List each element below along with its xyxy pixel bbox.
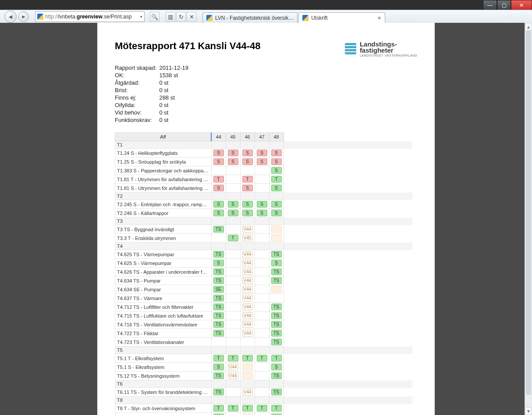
section-label: T3 xyxy=(115,218,212,225)
refresh-icon[interactable]: ↻ xyxy=(176,12,186,21)
url-dropdown-icon[interactable]: ▾ xyxy=(138,14,142,19)
tab-label: LVN - Fastighetsteknisk översik… xyxy=(215,15,294,21)
status-cell xyxy=(226,320,240,329)
status-cell: S xyxy=(211,200,226,209)
row-label: T4.716 TS - Ventilationsvärmeväxlare xyxy=(115,320,212,329)
summary-label: Finns ej: xyxy=(115,94,159,101)
address-bar[interactable]: http://lvnbeta.greenview.se/Print.asp ▾ xyxy=(35,11,145,22)
status-cell xyxy=(226,338,240,347)
row-label: T1.25 S - Snöupplag för snökyla xyxy=(115,157,212,166)
status-cell: T xyxy=(226,354,240,363)
summary-value: 288 st xyxy=(159,94,191,101)
status-cell xyxy=(226,413,240,415)
status-cell xyxy=(269,234,284,243)
status-cell xyxy=(255,311,269,320)
minimize-button[interactable]: — xyxy=(483,0,497,11)
tools-gear-icon[interactable]: ⚙ xyxy=(520,13,526,21)
status-pill: S xyxy=(242,150,253,156)
status-cell: V44 xyxy=(240,268,255,276)
browser-tab[interactable]: LVN - Fastighetsteknisk översik… xyxy=(202,12,298,23)
status-cell: V44 xyxy=(240,329,255,338)
status-pill: TS xyxy=(213,277,224,284)
status-pill: T xyxy=(257,405,267,411)
status-cell: T xyxy=(211,404,226,413)
back-button[interactable]: ◄ xyxy=(4,11,17,23)
status-pill: TS xyxy=(213,321,224,328)
status-cell: T xyxy=(240,404,255,413)
status-cell xyxy=(226,250,240,259)
status-cell: S xyxy=(240,209,255,218)
scroll-up-icon[interactable]: ▲ xyxy=(525,23,532,31)
summary-label: Brist: xyxy=(115,86,159,94)
status-pill: T xyxy=(271,176,282,182)
status-cell xyxy=(255,234,269,243)
status-pill: T xyxy=(257,355,267,361)
row-label: T1.81 T - Utrymmen för avfallshantering … xyxy=(115,175,212,184)
status-cell: V44 xyxy=(240,413,255,415)
vertical-scrollbar[interactable]: ▲ ▼ xyxy=(525,23,532,415)
forward-button[interactable]: ► xyxy=(18,11,29,22)
row-label: T8 T - Styr- och övervakningssystem xyxy=(115,404,212,413)
status-cell: SE xyxy=(211,285,226,294)
browser-tab[interactable]: Utskrift✕ xyxy=(298,12,385,23)
status-pill: S xyxy=(242,210,253,216)
row-label: T5.1 S - Elkraftsystem xyxy=(115,363,212,372)
section-label: T2 xyxy=(115,193,212,200)
status-cell xyxy=(255,338,269,347)
col-w47: 47 xyxy=(255,133,269,141)
status-pill: S xyxy=(271,185,282,191)
close-window-button[interactable]: ✕ xyxy=(511,0,532,11)
status-cell: S xyxy=(269,259,284,268)
maximize-button[interactable]: ▢ xyxy=(497,0,511,11)
status-cell: TS xyxy=(269,320,284,329)
summary-value: 0 st xyxy=(159,86,191,94)
summary-label: OK: xyxy=(115,72,159,79)
row-label: T4.634 SE - Pumpar xyxy=(115,285,212,294)
status-cell xyxy=(255,303,269,311)
status-pill: T xyxy=(242,176,253,182)
status-cell: S xyxy=(255,200,269,209)
status-pill: S xyxy=(257,201,267,208)
row-label: T4.712 TS - Luftfilter och filtervakter xyxy=(115,303,212,311)
status-pill xyxy=(242,364,253,370)
status-cell: V44 xyxy=(240,320,255,329)
row-label: T4.715 TS - Luftfuktare och luftavfuktar… xyxy=(115,311,212,320)
scroll-thumb[interactable] xyxy=(526,31,531,395)
row-label: T4.637 TS - Värmare xyxy=(115,294,212,303)
status-cell xyxy=(255,320,269,329)
status-cell xyxy=(255,329,269,338)
stop-icon[interactable]: ✕ xyxy=(187,12,196,21)
favorites-icon[interactable]: ★ xyxy=(508,13,514,21)
status-pill: T xyxy=(228,235,238,241)
status-pill: V44 xyxy=(228,372,238,379)
search-icon[interactable]: 🔍 xyxy=(150,12,160,21)
tab-close-icon[interactable]: ✕ xyxy=(377,15,381,21)
logo-line3: LANDSTINGET VÄSTERNORRLAND xyxy=(360,54,417,57)
status-pill: S xyxy=(257,210,267,216)
status-cell: T xyxy=(240,175,255,184)
tabstrip: LVN - Fastighetsteknisk översik…Utskrift… xyxy=(202,10,386,23)
status-cell: TS xyxy=(269,250,284,259)
status-cell: T xyxy=(226,234,240,243)
home-icon[interactable]: ⌂ xyxy=(499,13,503,21)
status-cell: V44 xyxy=(226,363,240,372)
status-cell xyxy=(226,184,240,193)
status-pill: TS xyxy=(271,389,282,395)
status-cell: S xyxy=(240,200,255,209)
scroll-down-icon[interactable]: ▼ xyxy=(525,407,532,415)
status-cell: S xyxy=(255,209,269,218)
status-pill xyxy=(271,226,282,233)
row-label: T4.625 TS - Värmepumpar xyxy=(115,250,212,259)
status-pill: S xyxy=(228,210,238,216)
tab-label: Utskrift xyxy=(311,15,373,21)
window-controls: — ▢ ✕ xyxy=(483,0,532,10)
status-cell xyxy=(255,225,269,234)
logo-line2: fastigheter xyxy=(360,47,417,54)
status-pill: S xyxy=(271,210,282,216)
status-pill: TS xyxy=(271,339,282,345)
status-pill: T xyxy=(228,405,238,411)
compat-icon[interactable]: ▥ xyxy=(166,12,175,21)
summary-value: 1538 st xyxy=(159,72,191,79)
status-pill: S xyxy=(242,201,253,208)
status-pill: TS xyxy=(213,372,224,379)
